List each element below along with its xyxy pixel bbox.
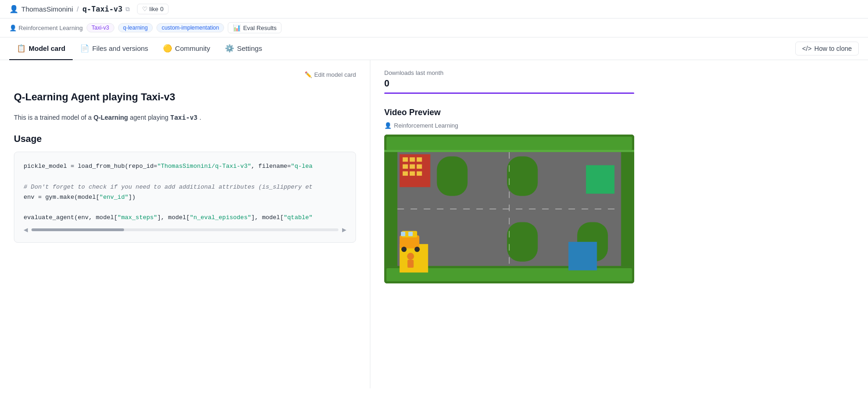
svg-rect-19	[403, 172, 408, 176]
sidebar-rl-tag: 👤 Reinforcement Learning	[384, 122, 634, 129]
scroll-right-arrow[interactable]: ▶	[342, 227, 346, 233]
scrollbar-track[interactable]	[31, 228, 338, 231]
settings-label: Settings	[237, 44, 262, 52]
desc-middle: agent playing	[130, 114, 170, 121]
rl-tag[interactable]: 👤 Reinforcement Learning	[9, 25, 83, 31]
svg-rect-14	[410, 157, 415, 161]
desc-bold: Q-Learning	[94, 114, 128, 121]
svg-rect-15	[417, 157, 422, 161]
heart-icon: ♡	[142, 6, 148, 12]
svg-rect-10	[507, 222, 537, 261]
right-sidebar: Downloads last month 0 Video Preview 👤 R…	[370, 60, 648, 388]
username[interactable]: ThomasSimonini	[21, 5, 73, 13]
taxi-v3-tag[interactable]: Taxi-v3	[87, 23, 114, 32]
svg-rect-16	[403, 164, 408, 168]
eval-label: Eval Results	[243, 25, 276, 31]
how-to-clone-button[interactable]: </> How to clone	[795, 42, 859, 55]
svg-rect-18	[417, 164, 422, 168]
tab-files-versions[interactable]: 📄 Files and versions	[73, 37, 156, 60]
model-card-icon: 📋	[17, 44, 26, 53]
code-block: pickle_model = load_from_hub(repo_id="Th…	[14, 152, 356, 243]
svg-rect-9	[507, 156, 537, 196]
code-content: pickle_model = load_from_hub(repo_id="Th…	[24, 161, 346, 223]
svg-rect-21	[417, 172, 422, 176]
page-title: Q-Learning Agent playing Taxi-v3	[14, 91, 356, 103]
desc-end: .	[200, 114, 201, 121]
custom-impl-tag[interactable]: custom-implementation	[156, 23, 224, 32]
model-card-label: Model card	[29, 44, 65, 52]
edit-label: Edit model card	[314, 71, 356, 78]
edit-model-card-button[interactable]: ✏️ Edit model card	[305, 71, 356, 78]
code-line-3: env = gym.make(model["env_id"])	[24, 194, 136, 201]
svg-rect-7	[621, 152, 634, 266]
svg-rect-3	[384, 150, 634, 152]
copy-icon[interactable]: ⧉	[125, 6, 130, 13]
chart-icon: 📊	[233, 24, 241, 31]
like-button[interactable]: ♡ like 0	[137, 4, 169, 14]
usage-title: Usage	[14, 134, 356, 144]
like-label: like	[150, 6, 159, 12]
left-content: ✏️ Edit model card Q-Learning Agent play…	[0, 60, 370, 388]
downloads-count: 0	[384, 78, 634, 89]
video-preview-title: Video Preview	[384, 108, 634, 117]
svg-rect-17	[410, 164, 415, 168]
downloads-bar	[384, 92, 634, 94]
svg-rect-27	[401, 232, 405, 236]
code-line-2: # Don't forget to check if you need to a…	[24, 184, 312, 190]
svg-rect-22	[586, 165, 615, 194]
rl-label: Reinforcement Learning	[19, 25, 83, 31]
scrollbar-thumb	[31, 228, 124, 231]
code-icon: </>	[802, 45, 812, 52]
sidebar-rl-label: Reinforcement Learning	[394, 122, 458, 129]
repo-name: q-Taxi-v3	[82, 5, 123, 13]
svg-rect-6	[384, 152, 397, 266]
how-to-clone-label: How to clone	[814, 45, 852, 52]
rl-icon: 👤	[9, 25, 17, 31]
svg-rect-13	[403, 157, 408, 161]
tab-community[interactable]: 🟡 Community	[156, 37, 218, 60]
tags-bar: 👤 Reinforcement Learning Taxi-v3 q-learn…	[0, 18, 868, 37]
q-learning-tag[interactable]: q-learning	[118, 23, 153, 32]
svg-rect-32	[407, 260, 413, 268]
edit-icon: ✏️	[305, 71, 312, 78]
svg-rect-28	[408, 232, 412, 236]
path-separator: /	[77, 5, 79, 13]
user-icon: 👤	[9, 5, 19, 13]
code-line-1: pickle_model = load_from_hub(repo_id="Th…	[24, 163, 312, 170]
nav-tabs: 📋 Model card 📄 Files and versions 🟡 Comm…	[0, 37, 868, 60]
svg-rect-2	[387, 137, 632, 150]
tab-model-card[interactable]: 📋 Model card	[9, 37, 73, 60]
svg-point-30	[414, 247, 419, 252]
files-icon: 📄	[80, 44, 89, 53]
svg-point-29	[401, 247, 406, 252]
settings-icon: ⚙️	[225, 44, 234, 53]
community-icon: 🟡	[163, 44, 172, 53]
eval-results-button[interactable]: 📊 Eval Results	[228, 22, 281, 33]
svg-rect-8	[437, 156, 468, 196]
desc-intro: This is a trained model of a	[14, 114, 92, 121]
scroll-left-arrow[interactable]: ◀	[24, 227, 28, 233]
game-svg	[384, 135, 634, 283]
files-label: Files and versions	[92, 44, 148, 52]
downloads-section: Downloads last month 0	[384, 69, 634, 94]
svg-point-31	[407, 253, 414, 260]
svg-rect-23	[568, 242, 597, 270]
game-canvas	[384, 135, 634, 283]
sidebar-rl-icon: 👤	[384, 122, 392, 129]
description: This is a trained model of a Q-Learning …	[14, 112, 356, 123]
downloads-label: Downloads last month	[384, 69, 634, 76]
video-preview-section: Video Preview 👤 Reinforcement Learning	[384, 108, 634, 283]
desc-mono: Taxi-v3	[170, 114, 198, 121]
tab-settings[interactable]: ⚙️ Settings	[218, 37, 269, 60]
like-count: 0	[160, 6, 163, 12]
main-layout: ✏️ Edit model card Q-Learning Agent play…	[0, 60, 868, 388]
community-label: Community	[175, 44, 210, 52]
scrollbar-container: ◀ ▶	[24, 227, 346, 233]
code-line-4: evaluate_agent(env, model["max_steps"], …	[24, 214, 312, 221]
top-bar: 👤 ThomasSimonini / q-Taxi-v3 ⧉ ♡ like 0	[0, 0, 868, 18]
svg-rect-20	[410, 172, 415, 176]
left-header: ✏️ Edit model card	[14, 71, 356, 86]
